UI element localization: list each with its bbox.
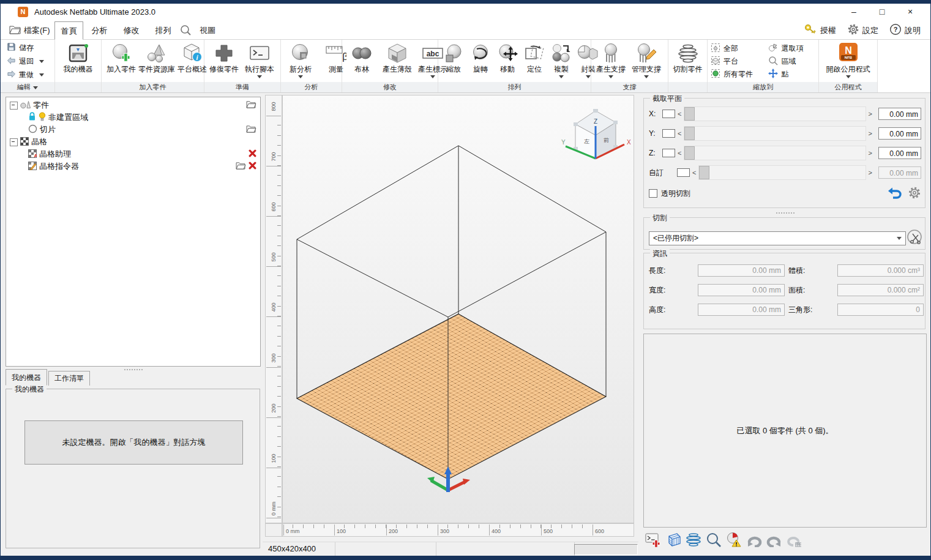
tab-home[interactable]: 首頁 — [54, 21, 83, 40]
tree-item-no-build-zone[interactable]: 非建置區域 — [6, 111, 260, 124]
reset-platform-button[interactable] — [786, 531, 803, 548]
redo-button[interactable]: 重做 — [7, 69, 51, 80]
add-script-button[interactable] — [645, 531, 662, 548]
tab-my-machine[interactable]: 我的機器 — [6, 369, 47, 386]
custom-plane-checkbox[interactable] — [677, 168, 690, 177]
view-cube[interactable]: 左 前 Y X Z — [561, 109, 631, 159]
gear-icon[interactable] — [908, 186, 921, 201]
settings-button[interactable]: 設定 — [845, 23, 881, 37]
custom-plane-slider[interactable] — [698, 165, 866, 180]
tree-item-slices[interactable]: 切片 — [6, 124, 260, 136]
x-plane-value[interactable]: 0.00 mm — [878, 108, 921, 120]
license-button[interactable]: 授權 — [801, 24, 839, 37]
slider-right-arrow[interactable]: > — [866, 149, 875, 157]
x-plane-slider[interactable] — [684, 106, 866, 121]
zoom-region-icon — [768, 56, 778, 67]
rotate-platform-left-button[interactable] — [746, 531, 763, 548]
z-plane-value[interactable]: 0.00 mm — [878, 147, 921, 159]
tree-item-lattice-commander[interactable]: 晶格指令器 — [6, 160, 260, 173]
open-folder-icon[interactable] — [236, 162, 246, 171]
scissors-icon[interactable] — [907, 229, 924, 248]
scale-button[interactable]: 縮放 — [440, 41, 467, 82]
y-plane-slider[interactable] — [684, 126, 866, 141]
repair-part-button[interactable]: 修復零件 — [206, 41, 242, 82]
help-button[interactable]: ? 說明 — [887, 23, 923, 37]
y-plane-value[interactable]: 0.00 mm — [878, 127, 921, 140]
collapse-icon[interactable] — [10, 138, 18, 146]
tab-analysis[interactable]: 分析 — [85, 21, 114, 40]
y-plane-checkbox[interactable] — [662, 129, 675, 138]
tab-modify[interactable]: 修改 — [117, 21, 146, 40]
transparent-cut-checkbox[interactable] — [649, 189, 657, 198]
slider-right-arrow[interactable]: > — [866, 169, 875, 176]
maximize-button[interactable]: □ — [868, 4, 896, 20]
zoom-all-icon — [711, 43, 720, 54]
create-shell-button[interactable]: 產生薄殼 — [380, 41, 415, 82]
search-icon[interactable] — [180, 24, 192, 39]
group-label-edit[interactable]: 編輯 — [1, 82, 54, 92]
lightbulb-icon[interactable] — [39, 112, 46, 123]
file-menu-button[interactable]: 檔案(F) — [6, 23, 54, 38]
open-folder-icon[interactable] — [246, 125, 256, 135]
slider-left-arrow[interactable]: < — [690, 169, 698, 176]
zoom-platform-button[interactable]: 平台 — [711, 56, 766, 67]
slider-thumb[interactable] — [684, 107, 695, 121]
boolean-button[interactable]: 布林 — [344, 41, 380, 82]
minimize-button[interactable]: – — [840, 4, 868, 20]
splitter-handle[interactable] — [642, 211, 928, 215]
slider-left-arrow[interactable]: < — [675, 130, 684, 137]
slider-right-arrow[interactable]: > — [866, 110, 875, 118]
cut-parts-button[interactable]: 切割零件 — [670, 41, 706, 82]
undo-button[interactable]: 退回 — [7, 56, 51, 67]
slice-view-button[interactable] — [685, 531, 702, 548]
tab-arrange[interactable]: 排列 — [149, 21, 178, 40]
slider-thumb[interactable] — [684, 127, 695, 140]
delete-x-icon[interactable] — [249, 149, 256, 159]
create-support-button[interactable]: 產生支撐 — [593, 41, 629, 82]
tab-worklist[interactable]: 工作清單 — [48, 371, 90, 386]
slider-thumb[interactable] — [699, 166, 709, 179]
slider-left-arrow[interactable]: < — [675, 149, 684, 157]
reset-undo-icon[interactable] — [887, 187, 902, 201]
rotate-platform-right-button[interactable] — [766, 531, 783, 548]
collapse-icon[interactable] — [10, 102, 18, 110]
rotate-button[interactable]: 旋轉 — [467, 41, 494, 82]
new-analysis-button[interactable]: 新分析 — [283, 41, 318, 82]
delete-x-icon[interactable] — [249, 162, 256, 171]
zoom-all-parts-button[interactable]: 所有零件 — [711, 69, 766, 80]
zoom-point-button[interactable]: 點 — [768, 69, 815, 80]
machine-not-set-message[interactable]: 未設定機器。開啟「我的機器」對話方塊 — [24, 420, 243, 465]
slider-right-arrow[interactable]: > — [866, 130, 875, 137]
svg-text:前: 前 — [604, 137, 609, 143]
slider-left-arrow[interactable]: < — [675, 110, 684, 118]
part-library-button[interactable]: 零件資源庫 — [139, 41, 174, 82]
tree-item-parts[interactable]: 零件 — [6, 99, 260, 111]
move-button[interactable]: 移動 — [494, 41, 521, 82]
tree-item-lattice-assistant[interactable]: A 晶格助理 — [6, 148, 260, 160]
run-script-button[interactable]: 執行腳本 — [242, 41, 277, 82]
open-utility-button[interactable]: NNFB 開啟公用程式 — [824, 41, 873, 82]
duplicate-button[interactable]: 複製 — [548, 41, 575, 82]
zoom-selection-button[interactable]: 選取項 — [768, 43, 815, 54]
tab-view[interactable]: 視圖 — [195, 21, 220, 40]
zoom-all-button[interactable]: 全部 — [711, 43, 766, 54]
analysis-warning-button[interactable] — [725, 531, 742, 548]
svg-text:左: 左 — [584, 138, 589, 144]
zoom-region-button[interactable]: 區域 — [768, 56, 815, 67]
add-part-button[interactable]: 加入零件 — [103, 41, 139, 82]
x-plane-checkbox[interactable] — [662, 110, 675, 118]
manage-support-button[interactable]: 管理支撐 — [629, 41, 664, 82]
save-button[interactable]: 儲存 — [7, 42, 51, 53]
viewport-canvas[interactable]: 左 前 Y X Z — [282, 95, 634, 523]
zoom-region-button[interactable] — [705, 531, 722, 548]
open-folder-icon[interactable] — [246, 100, 256, 110]
z-plane-checkbox[interactable] — [662, 149, 675, 157]
my-machine-button[interactable]: 我的機器 — [61, 41, 96, 82]
close-button[interactable]: × — [896, 4, 924, 20]
cuts-dropdown[interactable]: <已停用切割> — [649, 231, 906, 245]
z-plane-slider[interactable] — [684, 146, 866, 160]
tree-item-lattice[interactable]: 晶格 — [6, 136, 260, 148]
lattice-view-button[interactable] — [665, 531, 682, 548]
slider-thumb[interactable] — [684, 146, 695, 160]
position-button[interactable]: 定位 — [521, 41, 548, 82]
